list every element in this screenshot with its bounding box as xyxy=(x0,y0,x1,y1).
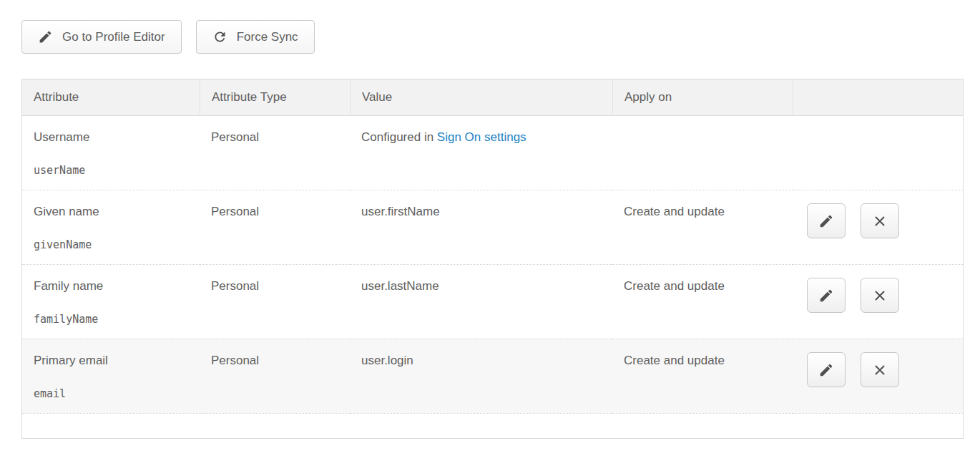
row-username: Username userName Personal Configured in… xyxy=(22,116,963,190)
page: Go to Profile Editor Force Sync Attribut… xyxy=(0,0,980,439)
edit-attribute-button[interactable] xyxy=(807,352,846,387)
actions-cell xyxy=(793,264,963,339)
value-prefix: Configured in xyxy=(361,130,437,144)
apply-on-cell: Create and update xyxy=(612,339,793,413)
attribute-label: Family name xyxy=(34,279,188,293)
value-cell: Configured in Sign On settings xyxy=(350,116,612,190)
row-primary-email: Primary email email Personal user.login … xyxy=(22,339,963,413)
apply-on-cell xyxy=(612,116,793,190)
column-header-actions xyxy=(793,79,963,116)
pencil-icon xyxy=(38,29,53,44)
actions-cell xyxy=(793,339,963,413)
column-header-apply-on: Apply on xyxy=(612,79,793,116)
refresh-icon xyxy=(212,29,227,44)
attribute-variable: userName xyxy=(34,164,188,177)
toolbar: Go to Profile Editor Force Sync xyxy=(21,20,962,54)
attribute-cell: Family name familyName xyxy=(22,264,200,339)
column-header-attribute-type: Attribute Type xyxy=(200,79,350,116)
pencil-icon xyxy=(818,362,834,378)
apply-on-cell: Create and update xyxy=(612,190,793,264)
go-to-profile-editor-button[interactable]: Go to Profile Editor xyxy=(21,20,182,54)
attribute-variable: familyName xyxy=(34,313,188,326)
go-to-profile-editor-label: Go to Profile Editor xyxy=(62,30,165,44)
column-header-value: Value xyxy=(350,79,612,116)
apply-on-cell: Create and update xyxy=(612,264,793,339)
attribute-label: Given name xyxy=(34,205,188,219)
attribute-cell: Username userName xyxy=(22,116,200,190)
x-icon xyxy=(872,288,888,304)
value-cell: user.firstName xyxy=(350,190,612,264)
pencil-icon xyxy=(818,288,834,304)
edit-attribute-button[interactable] xyxy=(807,203,846,238)
header-row: Attribute Attribute Type Value Apply on xyxy=(22,79,963,116)
pencil-icon xyxy=(818,213,834,229)
table-row xyxy=(22,413,963,438)
value-cell: user.login xyxy=(350,339,612,413)
value-cell: user.lastName xyxy=(350,264,612,339)
attribute-cell: Given name givenName xyxy=(22,190,200,264)
row-given-name: Given name givenName Personal user.first… xyxy=(22,190,963,264)
row-family-name: Family name familyName Personal user.las… xyxy=(22,264,963,339)
delete-attribute-button[interactable] xyxy=(861,278,899,313)
attribute-type-cell: Personal xyxy=(200,339,350,413)
attribute-type-cell: Personal xyxy=(200,190,350,264)
attribute-cell: Primary email email xyxy=(22,339,200,413)
attribute-variable: givenName xyxy=(34,238,188,251)
edit-attribute-button[interactable] xyxy=(807,278,846,313)
attribute-label: Primary email xyxy=(34,354,188,368)
x-icon xyxy=(872,362,888,378)
x-icon xyxy=(872,213,888,229)
attribute-variable: email xyxy=(34,387,188,400)
attribute-type-cell: Personal xyxy=(200,264,350,339)
sign-on-settings-link[interactable]: Sign On settings xyxy=(437,130,526,144)
delete-attribute-button[interactable] xyxy=(861,203,899,238)
actions-cell xyxy=(793,116,963,190)
force-sync-button[interactable]: Force Sync xyxy=(196,20,315,54)
attribute-mappings-table: Attribute Attribute Type Value Apply on … xyxy=(21,79,964,439)
force-sync-label: Force Sync xyxy=(237,30,298,44)
column-header-attribute: Attribute xyxy=(22,79,200,116)
attribute-label: Username xyxy=(34,130,188,145)
delete-attribute-button[interactable] xyxy=(861,352,899,387)
attribute-type-cell: Personal xyxy=(200,116,350,190)
actions-cell xyxy=(793,190,963,264)
